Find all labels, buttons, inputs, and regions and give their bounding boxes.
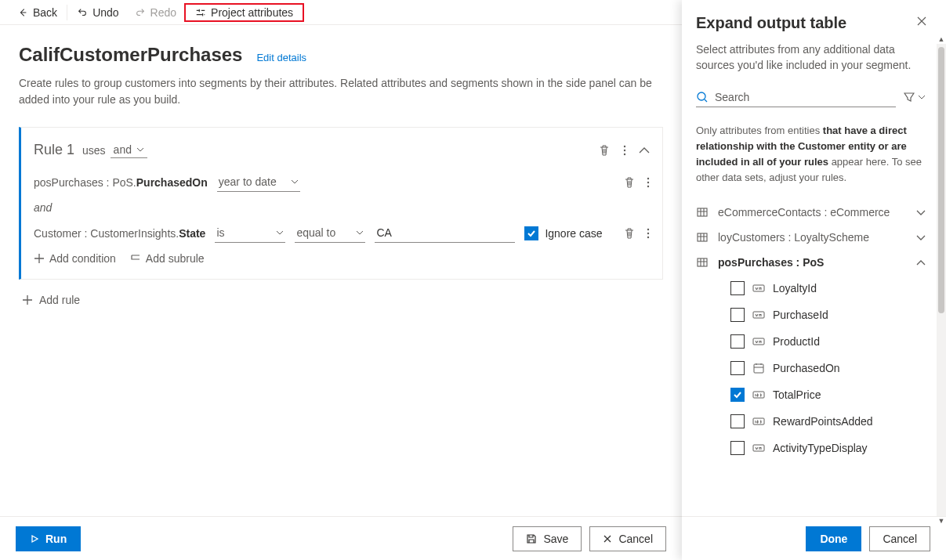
ignore-case-checkbox[interactable]: Ignore case bbox=[524, 226, 602, 240]
svg-rect-13 bbox=[753, 285, 764, 291]
svg-rect-15 bbox=[753, 338, 764, 345]
chevron-up-icon bbox=[916, 260, 926, 266]
checkbox-unchecked-icon bbox=[730, 281, 745, 295]
svg-point-6 bbox=[647, 228, 649, 229]
save-button[interactable]: Save bbox=[513, 526, 582, 551]
svg-rect-17 bbox=[753, 392, 764, 398]
project-attributes-button[interactable]: Project attributes bbox=[184, 3, 304, 22]
chevron-down-icon bbox=[276, 230, 284, 235]
rule-logic-select[interactable]: and bbox=[111, 142, 147, 158]
entity-label: posPurchases : PoS bbox=[718, 256, 907, 269]
done-label: Done bbox=[820, 533, 847, 545]
panel-description: Select attributes from any additional da… bbox=[696, 42, 926, 74]
attribute-item[interactable]: TotalPrice bbox=[696, 381, 926, 408]
panel-scrollbar[interactable]: ▲ ▼ bbox=[937, 44, 946, 516]
back-label: Back bbox=[33, 6, 57, 19]
sliders-icon bbox=[195, 7, 206, 18]
rule-card: Rule 1 uses and posPurchases : bbox=[19, 127, 663, 280]
add-condition-button[interactable]: Add condition bbox=[34, 252, 116, 265]
save-icon bbox=[526, 533, 537, 544]
page-footer: Run Save Cancel bbox=[0, 516, 682, 560]
attribute-item[interactable]: PurchasedOn bbox=[696, 355, 926, 381]
entity-row[interactable]: eCommerceContacts : eCommerce bbox=[696, 200, 926, 225]
entity-row[interactable]: posPurchases : PoS bbox=[696, 250, 926, 275]
rule-uses-label: uses bbox=[82, 144, 106, 157]
condition-join: and bbox=[34, 201, 650, 214]
delete-condition-1-button[interactable] bbox=[623, 176, 636, 189]
condition-2-value-input[interactable] bbox=[375, 223, 515, 243]
more-vertical-icon bbox=[623, 144, 626, 157]
checkbox-unchecked-icon bbox=[730, 334, 745, 349]
condition-1-operator-select[interactable]: year to date bbox=[217, 172, 300, 192]
condition-1-bold: PurchasedOn bbox=[136, 176, 208, 189]
check-icon bbox=[524, 226, 538, 240]
entity-list: eCommerceContacts : eCommerceloyCustomer… bbox=[696, 200, 926, 461]
side-panel: Expand output table Select attributes fr… bbox=[682, 0, 946, 560]
close-icon bbox=[603, 534, 612, 544]
panel-close-button[interactable] bbox=[916, 16, 927, 29]
scroll-thumb[interactable] bbox=[938, 47, 944, 313]
delete-rule-button[interactable] bbox=[598, 144, 611, 157]
chevron-down-icon bbox=[291, 179, 299, 184]
add-row: Add condition Add subrule bbox=[34, 252, 650, 265]
attribute-item[interactable]: ProductId bbox=[696, 328, 926, 355]
attribute-item[interactable]: ActivityTypeDisplay bbox=[696, 435, 926, 461]
chevron-down-icon bbox=[916, 235, 926, 240]
text-type-icon bbox=[752, 335, 765, 348]
rule-more-button[interactable] bbox=[623, 144, 626, 157]
back-button[interactable]: Back bbox=[9, 3, 65, 22]
attribute-label: ActivityTypeDisplay bbox=[773, 442, 868, 454]
delete-condition-2-button[interactable] bbox=[623, 227, 636, 240]
collapse-rule-button[interactable] bbox=[639, 147, 650, 154]
panel-cancel-button[interactable]: Cancel bbox=[869, 526, 930, 551]
filter-icon bbox=[904, 92, 915, 103]
search-input[interactable] bbox=[715, 91, 896, 103]
attribute-item[interactable]: PurchaseId bbox=[696, 302, 926, 328]
more-vertical-icon bbox=[647, 176, 650, 189]
condition-2-more-button[interactable] bbox=[647, 227, 650, 240]
checkbox-checked-icon bbox=[730, 388, 745, 402]
attribute-item[interactable]: RewardPointsAdded bbox=[696, 408, 926, 435]
attribute-label: TotalPrice bbox=[773, 388, 821, 401]
attribute-label: LoyaltyId bbox=[773, 282, 817, 294]
condition-1-operator-value: year to date bbox=[219, 175, 277, 188]
table-icon bbox=[696, 231, 709, 244]
attribute-label: PurchaseId bbox=[773, 309, 828, 321]
done-button[interactable]: Done bbox=[806, 526, 861, 551]
svg-point-4 bbox=[647, 181, 649, 182]
entity-label: loyCustomers : LoyaltyScheme bbox=[718, 231, 907, 244]
scroll-down-arrow[interactable]: ▼ bbox=[937, 516, 946, 526]
trash-icon bbox=[623, 227, 636, 240]
attribute-label: PurchasedOn bbox=[773, 362, 840, 374]
add-subrule-button[interactable]: Add subrule bbox=[130, 252, 205, 265]
footer-right: Save Cancel bbox=[513, 526, 666, 551]
rule-logic-value: and bbox=[114, 143, 132, 156]
condition-2-op1-select[interactable]: is bbox=[215, 223, 285, 243]
edit-details-link[interactable]: Edit details bbox=[256, 52, 306, 63]
cancel-button[interactable]: Cancel bbox=[589, 526, 666, 551]
condition-2-actions bbox=[623, 227, 650, 240]
svg-rect-11 bbox=[698, 233, 707, 241]
add-rule-button[interactable]: Add rule bbox=[22, 294, 80, 306]
undo-button[interactable]: Undo bbox=[69, 3, 126, 22]
checkbox-unchecked-icon bbox=[730, 441, 745, 455]
chevron-down-icon bbox=[918, 95, 926, 99]
filter-button[interactable] bbox=[904, 92, 926, 103]
svg-rect-14 bbox=[753, 312, 764, 318]
condition-2-bold: State bbox=[179, 227, 205, 240]
condition-1-more-button[interactable] bbox=[647, 176, 650, 189]
svg-point-2 bbox=[624, 153, 625, 154]
panel-title: Expand output table bbox=[696, 14, 926, 32]
condition-2-op2-select[interactable]: equal to bbox=[295, 223, 365, 243]
rule-actions bbox=[598, 144, 650, 157]
run-button[interactable]: Run bbox=[16, 526, 81, 551]
trash-icon bbox=[598, 144, 611, 157]
panel-footer: Done Cancel bbox=[682, 516, 946, 560]
search-icon bbox=[696, 91, 709, 103]
add-condition-label: Add condition bbox=[49, 252, 116, 265]
scroll-up-arrow[interactable]: ▲ bbox=[937, 34, 946, 44]
attribute-item[interactable]: LoyaltyId bbox=[696, 275, 926, 302]
add-subrule-label: Add subrule bbox=[146, 252, 205, 265]
more-vertical-icon bbox=[647, 227, 650, 240]
entity-row[interactable]: loyCustomers : LoyaltyScheme bbox=[696, 225, 926, 250]
